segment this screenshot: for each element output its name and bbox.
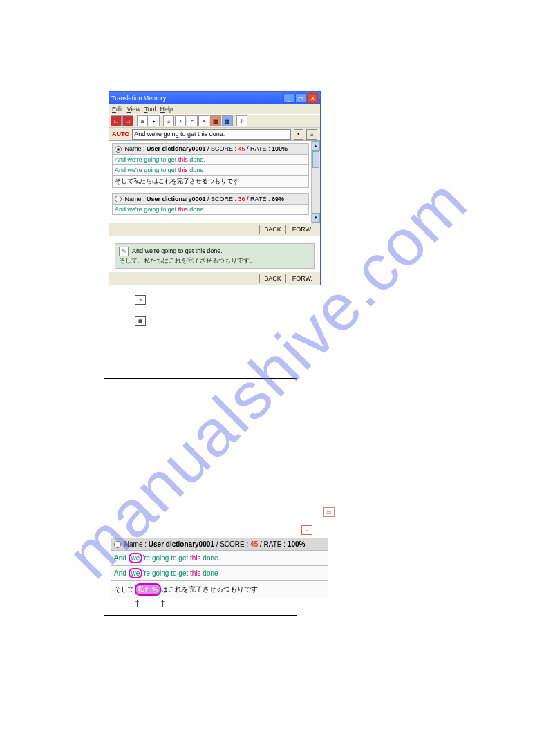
edit-box[interactable]: ✎ And we're going to get this done. そして、… (115, 243, 315, 269)
divider-2 (104, 615, 297, 616)
bottom-radio[interactable] (114, 541, 121, 548)
pointer-arrows: ↑↑ (134, 596, 185, 610)
result-entry: Name : User dictionary0001 / SCORE : 45 … (112, 143, 309, 188)
result-row: And we're going to get this done. (112, 155, 309, 165)
search-row: AUTO And we're going to get this done. ▾… (109, 127, 320, 140)
search-dropdown[interactable]: ▾ (294, 129, 303, 140)
edit-line1: And we're going to get this done. (132, 248, 223, 255)
toolbar-btn-7[interactable]: ≈ (187, 115, 198, 126)
scroll-down[interactable]: ▾ (312, 213, 320, 223)
toolbar-btn-3[interactable]: a (137, 115, 148, 126)
result-radio[interactable] (115, 146, 122, 153)
forw-button-2[interactable]: FORW. (288, 274, 317, 283)
forw-button[interactable]: FORW. (288, 225, 317, 234)
back-button-2[interactable]: BACK (259, 274, 286, 283)
toolbar-btn-4[interactable]: ▸ (149, 115, 160, 126)
list2-icon[interactable]: ≡ (301, 525, 312, 535)
toolbar-btn-5[interactable]: ⌕ (163, 115, 174, 126)
divider-1 (104, 378, 297, 379)
result-header: Name : User dictionary0001 / SCORE : 45 … (112, 143, 309, 155)
bottom-row-1: And we're going to get this done. (111, 551, 328, 566)
scroll-up[interactable]: ▴ (312, 141, 320, 151)
toolbar-btn-10[interactable]: ▦ (222, 115, 233, 126)
edit-pane: ✎ And we're going to get this done. そして、… (109, 236, 320, 272)
scroll-thumb[interactable] (312, 151, 319, 168)
bottom-entry-header: Name : User dictionary0001 / SCORE : 45 … (111, 538, 328, 551)
toolbar-btn-8[interactable]: ✕ (198, 115, 209, 126)
menu-tool[interactable]: Tool (144, 106, 156, 113)
toolbar-btn-1[interactable]: □ (111, 115, 122, 126)
nav-row-2: BACK FORW. (109, 272, 320, 285)
result-row: And we're going to get this done. (112, 205, 309, 215)
edit-line2: そして、私たちはこれを完了させるつもりです。 (119, 257, 256, 264)
menu-edit[interactable]: EEditdit (112, 106, 123, 113)
back-button[interactable]: BACK (259, 225, 286, 234)
auto-label: AUTO (112, 131, 129, 138)
search-input[interactable]: And we're going to get this done. (132, 129, 291, 140)
translation-memory-window: Translation Memory _ ▭ ✕ EEditdit View T… (109, 91, 321, 285)
menubar: EEditdit View Tool Help (109, 104, 320, 114)
toolbar-btn-6[interactable]: ♪ (175, 115, 186, 126)
toolbar-btn-9[interactable]: ▦ (210, 115, 221, 126)
scrollbar[interactable]: ▴ ▾ (311, 141, 320, 223)
toolbar-btn-2[interactable]: □ (122, 115, 133, 126)
result-row: And we're going to get this done (112, 165, 309, 176)
menu-view[interactable]: View (127, 106, 140, 113)
menu-help[interactable]: Help (160, 106, 173, 113)
table-icon[interactable]: ▦ (135, 316, 146, 326)
doc-icon[interactable]: ▭ (323, 507, 335, 517)
edit-icon: ✎ (119, 247, 129, 256)
list-icon[interactable]: ≡ (135, 295, 146, 305)
result-radio[interactable] (115, 196, 122, 202)
results-pane: ▴ ▾ Name : User dictionary0001 / SCORE :… (109, 140, 320, 223)
result-header: Name : User dictionary0001 / SCORE : 36 … (112, 193, 309, 205)
close-button[interactable]: ✕ (307, 93, 318, 103)
result-entry: Name : User dictionary0001 / SCORE : 36 … (112, 193, 309, 216)
titlebar[interactable]: Translation Memory _ ▭ ✕ (109, 92, 320, 104)
bottom-row-2: And we're going to get this done (111, 566, 328, 581)
search-go-button[interactable]: ⌕ (306, 129, 317, 140)
toolbar: □ □ a ▸ ⌕ ♪ ≈ ✕ ▦ ▦ ⇵ (109, 114, 320, 127)
minimize-button[interactable]: _ (283, 93, 294, 103)
toolbar-btn-11[interactable]: ⇵ (236, 115, 247, 126)
bottom-entry: Name : User dictionary0001 / SCORE : 45 … (111, 538, 328, 598)
maximize-button[interactable]: ▭ (295, 93, 306, 103)
window-title: Translation Memory (111, 95, 166, 102)
nav-row-1: BACK FORW. (109, 223, 320, 236)
result-row: そして私たちはこれを完了させるつもりです (112, 176, 309, 188)
